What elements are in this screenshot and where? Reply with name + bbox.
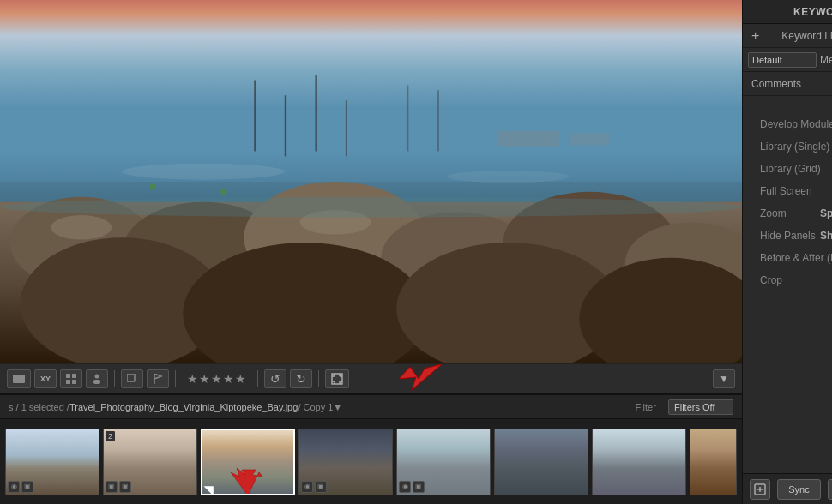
svg-rect-32: [72, 380, 76, 384]
star-4[interactable]: ★: [223, 372, 234, 386]
menu-zoom-label: Zoom: [760, 207, 787, 219]
filmstrip: ◉ ▣ 2 ▣ ▣: [0, 418, 742, 504]
filmstrip-thumb-4[interactable]: ◉ ▣: [298, 429, 393, 495]
thumb-2-badge: 2: [106, 431, 115, 441]
svg-point-13: [220, 189, 226, 195]
toolbar: XY: [0, 363, 742, 394]
menu-item-library-single[interactable]: Library (Single) E: [743, 135, 832, 158]
menu-item-hide-panels[interactable]: Hide Panels Shift+Tab: [743, 225, 832, 247]
toolbar-menu-btn[interactable]: ▼: [713, 369, 735, 388]
main-area: XY: [0, 0, 832, 504]
svg-rect-5: [285, 95, 286, 156]
filmstrip-thumb-3[interactable]: [201, 429, 295, 495]
thumb-2-icon-1: ▣: [106, 481, 118, 493]
view-xy-btn[interactable]: XY: [34, 369, 57, 388]
svg-point-25: [51, 215, 112, 239]
menu-before-after-label: Before & After (D): [760, 252, 832, 264]
star-rating[interactable]: ★ ★ ★ ★ ★: [187, 372, 246, 386]
comments-row: Comments ▶: [743, 72, 832, 96]
svg-rect-7: [346, 100, 347, 156]
svg-point-27: [0, 197, 742, 218]
photo-area: [0, 0, 742, 363]
menu-item-library-grid[interactable]: Library (Grid) G: [743, 158, 832, 180]
filepath-copy: / Copy 1: [298, 402, 333, 412]
svg-point-2: [122, 164, 285, 180]
undo-btn[interactable]: ↺: [264, 369, 286, 388]
separator-4: [318, 370, 319, 387]
svg-rect-34: [93, 380, 100, 384]
svg-rect-30: [72, 374, 76, 378]
keyword-list-label: Keyword List: [781, 30, 832, 42]
filter-label: Filter :: [635, 402, 661, 412]
right-panel: Keywording + Keyword List ▶ Default All …: [742, 0, 832, 504]
svg-rect-35: [127, 374, 135, 381]
thumb-4-icon-1: ◉: [301, 481, 313, 493]
menu-develop-label: Develop Module: [760, 118, 832, 130]
menu-crop-label: Crop: [760, 274, 782, 286]
view-person-btn[interactable]: [86, 369, 108, 388]
sync-icon-btn[interactable]: [750, 479, 770, 500]
svg-point-12: [149, 183, 155, 189]
filepath-selected: s / 1 selected /: [9, 402, 69, 412]
filter-area: Filter : Filters Off Flagged Rated Color…: [635, 399, 733, 415]
filmstrip-thumb-2[interactable]: 2 ▣ ▣: [103, 429, 197, 495]
view-single-btn[interactable]: [7, 369, 31, 388]
menu-library-single-label: Library (Single): [760, 141, 829, 153]
menu-item-zoom[interactable]: Zoom Spacebar: [743, 202, 832, 225]
filmstrip-thumb-7[interactable]: [592, 429, 686, 495]
thumb-5-icon-1: ◉: [399, 481, 411, 493]
view-grid-btn[interactable]: [60, 369, 82, 388]
star-5[interactable]: ★: [235, 372, 246, 386]
left-panel: XY: [0, 0, 742, 504]
filmstrip-thumb-1[interactable]: ◉ ▣: [5, 429, 99, 495]
star-2[interactable]: ★: [199, 372, 210, 386]
menu-hide-panels-shortcut: Shift+Tab: [820, 230, 832, 242]
svg-rect-4: [254, 81, 256, 152]
star-1[interactable]: ★: [187, 372, 198, 386]
menu-zoom-shortcut: Spacebar: [820, 207, 832, 219]
sync-settings-button[interactable]: Sync Settings: [828, 479, 832, 500]
menu-section: Develop Module D Library (Single) E Libr…: [743, 96, 832, 473]
metadata-label: Metadata: [820, 54, 832, 66]
star-3[interactable]: ★: [211, 372, 222, 386]
menu-item-fullscreen[interactable]: Full Screen F: [743, 180, 832, 202]
svg-rect-36: [332, 374, 342, 384]
flag-btn[interactable]: [147, 369, 169, 388]
svg-point-3: [447, 171, 569, 183]
thumb-1-icon-1: ◉: [8, 481, 20, 493]
plus-icon[interactable]: +: [751, 28, 759, 44]
comments-label: Comments: [751, 78, 801, 90]
toolbar-right: ▼: [713, 369, 735, 388]
thumb-5-icons: ◉ ▣: [399, 481, 425, 493]
menu-item-develop[interactable]: Develop Module D: [743, 113, 832, 135]
reject-btn[interactable]: [121, 369, 143, 388]
filmstrip-thumb-8[interactable]: [690, 429, 737, 495]
svg-rect-29: [66, 374, 70, 378]
separator-2: [175, 370, 176, 387]
keywording-header: Keywording: [743, 0, 832, 24]
filmstrip-thumb-6[interactable]: [494, 429, 588, 495]
keyword-list-row: + Keyword List ▶: [743, 24, 832, 48]
metadata-row: Default All Minimal Quick Describe Metad…: [743, 48, 832, 72]
thumb-2-icon-2: ▣: [119, 481, 131, 493]
filmstrip-thumb-5[interactable]: ◉ ▣: [396, 429, 491, 495]
redo-btn[interactable]: ↻: [290, 369, 312, 388]
separator-1: [114, 370, 115, 387]
menu-fullscreen-label: Full Screen: [760, 185, 812, 197]
thumb-5-icon-2: ▣: [413, 481, 425, 493]
thumb-1-icon-2: ▣: [21, 481, 33, 493]
svg-rect-8: [407, 85, 408, 151]
filter-select[interactable]: Filters Off Flagged Rated Colored: [668, 399, 733, 415]
thumb-4-icon-2: ▣: [315, 481, 327, 493]
thumb-1-icons: ◉ ▣: [8, 481, 33, 493]
menu-item-before-after[interactable]: Before & After (D) \: [743, 247, 832, 269]
metadata-select[interactable]: Default All Minimal Quick Describe: [748, 52, 817, 68]
sync-button[interactable]: Sync: [777, 479, 821, 500]
keywording-title: Keywording: [793, 6, 832, 18]
menu-item-crop[interactable]: Crop R: [743, 269, 832, 291]
filepath-strip: s / 1 selected / Travel_Photography_Blog…: [0, 394, 742, 418]
filepath-dropdown[interactable]: ▼: [333, 402, 342, 412]
filepath-filename[interactable]: Travel_Photography_Blog_Virginia_Kiptope…: [69, 402, 298, 412]
svg-rect-11: [570, 133, 610, 145]
crop-frame-btn[interactable]: [325, 369, 349, 388]
